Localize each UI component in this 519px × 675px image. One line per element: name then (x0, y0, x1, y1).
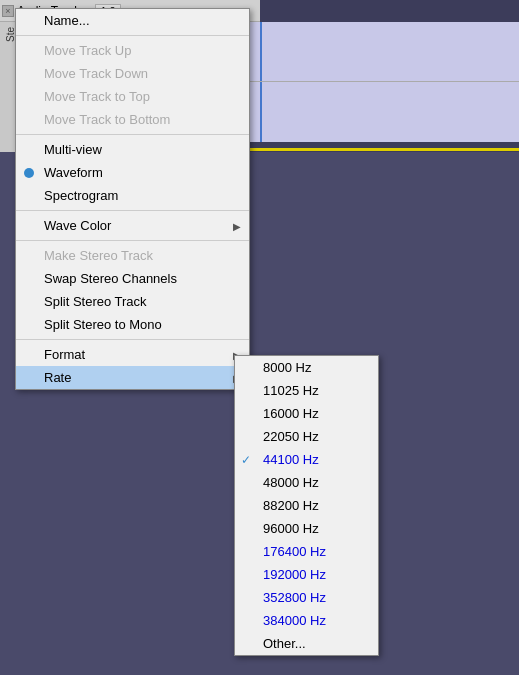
menu-item-move-up: Move Track Up (16, 39, 249, 62)
menu-item-split-mono[interactable]: Split Stereo to Mono (16, 313, 249, 336)
menu-item-multiview[interactable]: Multi-view (16, 138, 249, 161)
rate-48000[interactable]: 48000 Hz (235, 471, 378, 494)
rate-176400[interactable]: 176400 Hz (235, 540, 378, 563)
menu-separator-5 (16, 339, 249, 340)
menu-item-move-down: Move Track Down (16, 62, 249, 85)
rate-11025[interactable]: 11025 Hz (235, 379, 378, 402)
rate-96000[interactable]: 96000 Hz (235, 517, 378, 540)
menu-item-swap-stereo[interactable]: Swap Stereo Channels (16, 267, 249, 290)
rate-22050[interactable]: 22050 Hz (235, 425, 378, 448)
menu-item-make-stereo: Make Stereo Track (16, 244, 249, 267)
waveform-check-icon (24, 168, 34, 178)
rate-192000[interactable]: 192000 Hz (235, 563, 378, 586)
menu-item-move-bottom: Move Track to Bottom (16, 108, 249, 131)
rate-88200[interactable]: 88200 Hz (235, 494, 378, 517)
menu-separator-2 (16, 134, 249, 135)
rate-check-icon: ✓ (241, 453, 251, 467)
blue-marker-1 (260, 22, 262, 81)
menu-item-waveform[interactable]: Waveform (16, 161, 249, 184)
rate-submenu: 8000 Hz 11025 Hz 16000 Hz 22050 Hz ✓ 441… (234, 355, 379, 656)
menu-item-wave-color[interactable]: Wave Color ▶ (16, 214, 249, 237)
menu-item-format[interactable]: Format ▶ (16, 343, 249, 366)
rate-44100[interactable]: ✓ 44100 Hz (235, 448, 378, 471)
menu-item-rate[interactable]: Rate ▶ (16, 366, 249, 389)
context-menu: Name... Move Track Up Move Track Down Mo… (15, 8, 250, 390)
menu-item-split-stereo[interactable]: Split Stereo Track (16, 290, 249, 313)
menu-separator-3 (16, 210, 249, 211)
menu-separator-4 (16, 240, 249, 241)
rate-352800[interactable]: 352800 Hz (235, 586, 378, 609)
rate-8000[interactable]: 8000 Hz (235, 356, 378, 379)
blue-marker-2 (260, 82, 262, 142)
menu-item-name[interactable]: Name... (16, 9, 249, 32)
wave-color-arrow-icon: ▶ (233, 220, 241, 231)
menu-separator-1 (16, 35, 249, 36)
rate-other[interactable]: Other... (235, 632, 378, 655)
rate-16000[interactable]: 16000 Hz (235, 402, 378, 425)
rate-384000[interactable]: 384000 Hz (235, 609, 378, 632)
close-button[interactable]: × (2, 5, 14, 17)
menu-item-spectrogram[interactable]: Spectrogram (16, 184, 249, 207)
menu-item-move-top: Move Track to Top (16, 85, 249, 108)
